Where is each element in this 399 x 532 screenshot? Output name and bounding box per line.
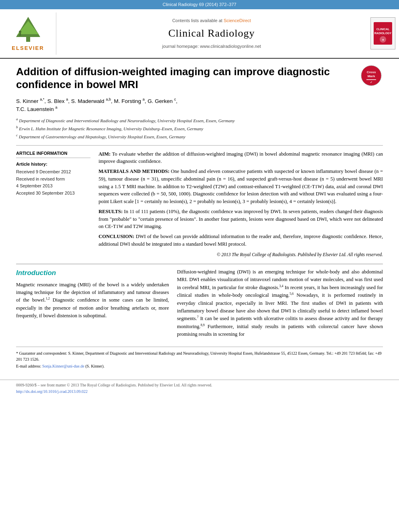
svg-text:RADIOLOGY: RADIOLOGY — [374, 32, 392, 35]
affiliation-a: a Department of Diagnostic and Intervent… — [16, 117, 383, 124]
email-footnote: E-mail address: Sonja.Kinner@uni-due.de … — [16, 363, 383, 369]
elsevier-tree-icon — [12, 15, 44, 43]
journal-homepage-url: journal homepage: www.clinicalradiologyo… — [162, 43, 261, 49]
guarantor-footnote: * Guarantor and correspondent: S. Kinner… — [16, 350, 383, 362]
bottom-bar: 0009-9260/$ – see front matter © 2013 Th… — [0, 380, 399, 397]
abstract-copyright: © 2013 The Royal College of Radiologists… — [99, 251, 383, 258]
journal-logo-right: CLINICAL RADIOLOGY ✦ — [367, 12, 399, 54]
section-divider — [16, 264, 383, 264]
journal-logo-image: CLINICAL RADIOLOGY ✦ — [370, 17, 395, 49]
svg-text:CLINICAL: CLINICAL — [376, 28, 390, 31]
svg-rect-0 — [26, 37, 30, 42]
svg-text:Cross: Cross — [367, 70, 376, 74]
abstract-conclusion: CONCLUSION: DWI of the bowel can provide… — [99, 233, 383, 248]
introduction-heading: Introduction — [16, 268, 169, 278]
footnotes-area: * Guarantor and correspondent: S. Kinner… — [16, 347, 383, 369]
affiliations-block: a Department of Diagnostic and Intervent… — [16, 117, 383, 140]
abstract-column: AIM: To evaluate whether the addition of… — [99, 150, 383, 258]
affiliation-c: c Department of Gastroenterology and Hep… — [16, 133, 383, 140]
svg-text:Mark: Mark — [368, 74, 375, 78]
authors-line: S. Kinner a,*, S. Blex a, S. Maderwald a… — [16, 97, 383, 114]
affiliation-b: b Erwin L. Hahn Institute for Magnetic R… — [16, 125, 383, 132]
abstract-results: RESULTS: In 11 of 111 patients (10%), th… — [99, 208, 383, 230]
history-item-3: 4 September 2013 — [16, 183, 90, 189]
svg-text:✦: ✦ — [382, 38, 385, 42]
article-info-section-title: ARTICLE INFORMATION — [16, 150, 90, 158]
journal-title-block: Contents lists available at ScienceDirec… — [56, 12, 367, 54]
journal-citation-bar: Clinical Radiology 69 (2014) 372–377 — [0, 0, 399, 9]
elsevier-logo-block: ELSEVIER — [0, 12, 56, 54]
author-email-link[interactable]: Sonja.Kinner@uni-due.de — [42, 364, 84, 368]
science-direct-link[interactable]: ScienceDirect — [224, 18, 251, 23]
intro-left-paragraph: Magnetic resonance imaging (MRI) of the … — [16, 281, 169, 320]
introduction-right-column: Diffusion-weighted imaging (DWI) is an e… — [177, 268, 383, 339]
abstract-aim: AIM: To evaluate whether the addition of… — [99, 150, 383, 166]
article-meta-abstract-block: ARTICLE INFORMATION Article history: Rec… — [16, 150, 383, 258]
history-item-1: Received 9 December 2012 — [16, 169, 90, 175]
header-divider — [16, 145, 383, 146]
journal-header: ELSEVIER Contents lists available at Sci… — [0, 9, 399, 58]
issn-line: 0009-9260/$ – see front matter © 2013 Th… — [16, 382, 383, 388]
abstract-methods: MATERIALS AND METHODS: One hundred and e… — [99, 168, 383, 205]
svg-rect-4 — [19, 33, 21, 36]
contents-available-line: Contents lists available at ScienceDirec… — [172, 18, 251, 24]
doi-line: http://dx.doi.org/10.1016/j.crad.2013.09… — [16, 389, 383, 394]
article-title: Addition of diffusion-weighted imaging c… — [16, 65, 383, 91]
svg-text:✓: ✓ — [370, 81, 372, 84]
history-item-4: Accepted 30 September 2013 — [16, 190, 90, 196]
article-info-column: ARTICLE INFORMATION Article history: Rec… — [16, 150, 90, 258]
intro-right-paragraph: Diffusion-weighted imaging (DWI) is an e… — [177, 268, 383, 339]
introduction-left-column: Introduction Magnetic resonance imaging … — [16, 268, 169, 339]
elsevier-brand-text: ELSEVIER — [12, 45, 44, 52]
introduction-section: Introduction Magnetic resonance imaging … — [16, 268, 383, 339]
svg-point-3 — [19, 31, 21, 33]
history-item-2: Received in revised form — [16, 176, 90, 182]
journal-name-heading: Clinical Radiology — [168, 26, 255, 41]
main-content-area: Addition of diffusion-weighted imaging c… — [0, 59, 399, 376]
citation-text: Clinical Radiology 69 (2014) 372–377 — [162, 2, 236, 7]
article-history-label: Article history: — [16, 161, 90, 167]
crossmark-badge: Cross Mark ✓ — [361, 65, 383, 87]
doi-link[interactable]: http://dx.doi.org/10.1016/j.crad.2013.09… — [16, 389, 88, 394]
